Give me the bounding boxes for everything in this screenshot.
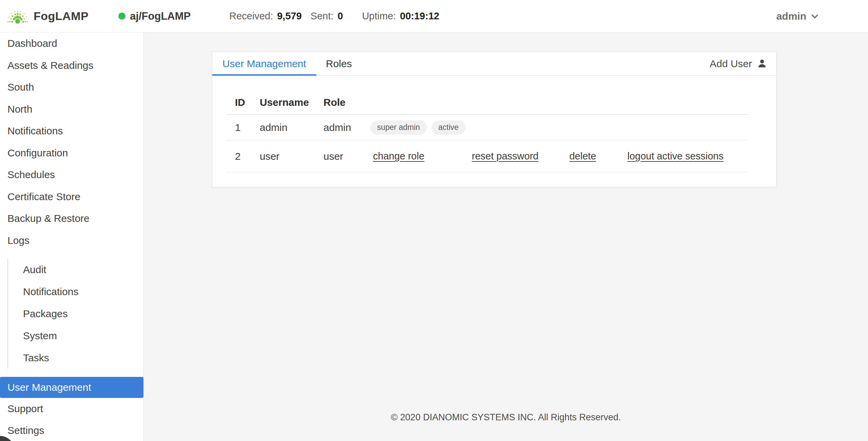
- stat-sent-value: 0: [338, 11, 343, 22]
- table-row-user: 2 user user change role reset password d…: [226, 140, 748, 172]
- stat-received: Received: 9,579: [229, 11, 302, 22]
- person-icon: [757, 58, 767, 69]
- user-menu-label: admin: [776, 11, 806, 22]
- stat-uptime-value: 00:19:12: [400, 11, 439, 22]
- table-row-admin: 1 admin admin super admin active: [226, 115, 748, 140]
- sidebar-item-dashboard[interactable]: Dashboard: [0, 33, 143, 55]
- app-title: FogLAMP: [34, 9, 88, 23]
- top-header: FogLAMP aj/FogLAMP Received: 9,579 Sent:…: [0, 0, 868, 33]
- add-user-label: Add User: [710, 58, 752, 70]
- foglamp-logo-icon: [7, 8, 28, 25]
- service-status: aj/FogLAMP: [118, 10, 191, 22]
- delete-link[interactable]: delete: [569, 151, 596, 162]
- add-user-button[interactable]: Add User: [710, 58, 767, 70]
- sidebar-subitem-system[interactable]: System: [8, 325, 143, 347]
- cell-id: 2: [226, 151, 260, 162]
- tab-user-management[interactable]: User Management: [212, 52, 316, 75]
- stat-received-label: Received:: [229, 11, 273, 22]
- header-stats: Received: 9,579 Sent: 0 Uptime: 00:19:12: [229, 11, 439, 22]
- sidebar-subitem-packages[interactable]: Packages: [8, 303, 143, 325]
- service-name: aj/FogLAMP: [130, 10, 191, 22]
- sidebar-item-logs[interactable]: Logs: [0, 230, 143, 252]
- cell-id: 1: [226, 122, 260, 133]
- cell-username: user: [260, 151, 323, 162]
- col-header-id: ID: [226, 97, 260, 108]
- tab-roles[interactable]: Roles: [316, 58, 361, 70]
- sidebar-item-support[interactable]: Support: [0, 398, 143, 420]
- cell-role: user: [323, 151, 368, 162]
- stat-sent-label: Sent:: [311, 11, 334, 22]
- logs-submenu: Audit Notifications Packages System Task…: [7, 259, 143, 369]
- sidebar-item-user-management[interactable]: User Management: [0, 377, 143, 398]
- user-management-card: User Management Roles Add User ID Userna…: [212, 52, 776, 187]
- sidebar-item-schedules[interactable]: Schedules: [0, 164, 143, 186]
- stat-uptime: Uptime: 00:19:12: [362, 11, 439, 22]
- sidebar-item-certificate-store[interactable]: Certificate Store: [0, 186, 143, 208]
- table-header-row: ID Username Role: [226, 90, 748, 115]
- stat-sent: Sent: 0: [311, 11, 343, 22]
- stat-uptime-label: Uptime:: [362, 11, 396, 22]
- sidebar: Dashboard Assets & Readings South North …: [0, 33, 144, 441]
- sidebar-item-notifications[interactable]: Notifications: [0, 120, 143, 142]
- brand: FogLAMP: [7, 8, 88, 25]
- chevron-down-icon: [809, 11, 821, 22]
- stat-received-value: 9,579: [277, 11, 302, 22]
- cell-username: admin: [260, 122, 323, 133]
- sidebar-subitem-notifications[interactable]: Notifications: [8, 281, 143, 303]
- user-menu-dropdown[interactable]: admin: [776, 11, 821, 22]
- logout-active-sessions-link[interactable]: logout active sessions: [627, 151, 724, 162]
- users-table: ID Username Role 1 admin admin super adm…: [226, 90, 748, 172]
- badge-super-admin: super admin: [370, 120, 427, 135]
- service-status-dot-icon: [118, 13, 125, 20]
- tab-bar: User Management Roles Add User: [212, 52, 776, 76]
- sidebar-item-assets-readings[interactable]: Assets & Readings: [0, 55, 143, 77]
- cell-role: admin: [323, 122, 368, 133]
- col-header-role: Role: [323, 97, 368, 108]
- change-role-link[interactable]: change role: [373, 151, 425, 162]
- col-header-username: Username: [260, 97, 323, 108]
- sidebar-item-backup-restore[interactable]: Backup & Restore: [0, 208, 143, 230]
- sidebar-item-configuration[interactable]: Configuration: [0, 142, 143, 164]
- sidebar-subitem-audit[interactable]: Audit: [8, 259, 143, 281]
- sidebar-item-settings[interactable]: Settings: [0, 420, 143, 441]
- sidebar-subitem-tasks[interactable]: Tasks: [8, 347, 143, 369]
- copyright-footer: © 2020 DIANOMIC SYSTEMS INC. All Rights …: [144, 412, 868, 423]
- badge-active: active: [432, 120, 466, 135]
- admin-badges: super admin active: [370, 120, 466, 135]
- main-content: User Management Roles Add User ID Userna…: [144, 33, 868, 441]
- reset-password-link[interactable]: reset password: [472, 151, 539, 162]
- sidebar-item-north[interactable]: North: [0, 98, 143, 120]
- sidebar-item-south[interactable]: South: [0, 76, 143, 98]
